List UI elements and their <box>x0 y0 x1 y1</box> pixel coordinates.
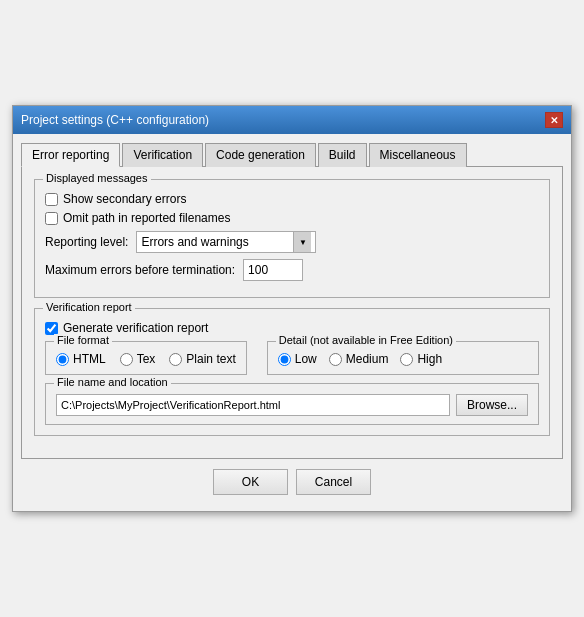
tab-content-error-reporting: Displayed messages Show secondary errors… <box>21 167 563 459</box>
radio-html-label: HTML <box>73 352 106 366</box>
file-path-input[interactable]: C:\Projects\MyProject\VerificationReport… <box>56 394 450 416</box>
reporting-level-label: Reporting level: <box>45 235 128 249</box>
tab-bar: Error reporting Verification Code genera… <box>21 142 563 167</box>
close-button[interactable]: ✕ <box>545 112 563 128</box>
window-content: Error reporting Verification Code genera… <box>13 134 571 511</box>
generate-report-label: Generate verification report <box>63 321 208 335</box>
omit-path-checkbox[interactable] <box>45 212 58 225</box>
show-secondary-label: Show secondary errors <box>63 192 186 206</box>
dropdown-arrow-icon: ▼ <box>293 232 311 252</box>
displayed-messages-group: Displayed messages Show secondary errors… <box>34 179 550 298</box>
radio-high-label: High <box>417 352 442 366</box>
max-errors-input[interactable]: 100 <box>243 259 303 281</box>
show-secondary-checkbox[interactable] <box>45 193 58 206</box>
file-name-row: C:\Projects\MyProject\VerificationReport… <box>56 394 528 416</box>
radio-plaintext-label: Plain text <box>186 352 235 366</box>
radio-plaintext-row: Plain text <box>169 352 235 366</box>
displayed-messages-title: Displayed messages <box>43 172 151 184</box>
max-errors-label: Maximum errors before termination: <box>45 263 235 277</box>
tab-verification[interactable]: Verification <box>122 143 203 167</box>
main-window: Project settings (C++ configuration) ✕ E… <box>12 105 572 512</box>
file-format-radios: HTML Tex Plain text <box>56 352 236 366</box>
reporting-level-row: Reporting level: Errors and warnings ▼ <box>45 231 539 253</box>
radio-plaintext[interactable] <box>169 353 182 366</box>
detail-title: Detail (not available in Free Edition) <box>276 334 456 346</box>
tab-build[interactable]: Build <box>318 143 367 167</box>
tab-error-reporting[interactable]: Error reporting <box>21 143 120 167</box>
radio-html-row: HTML <box>56 352 106 366</box>
radio-tex-row: Tex <box>120 352 156 366</box>
file-format-group: File format HTML Tex <box>45 341 247 375</box>
max-errors-row: Maximum errors before termination: 100 <box>45 259 539 281</box>
omit-path-row: Omit path in reported filenames <box>45 211 539 225</box>
verification-report-content: Generate verification report File format… <box>45 321 539 425</box>
window-title: Project settings (C++ configuration) <box>21 113 209 127</box>
radio-medium-row: Medium <box>329 352 389 366</box>
radio-low-row: Low <box>278 352 317 366</box>
radio-low[interactable] <box>278 353 291 366</box>
browse-button[interactable]: Browse... <box>456 394 528 416</box>
reporting-level-dropdown[interactable]: Errors and warnings ▼ <box>136 231 316 253</box>
generate-report-checkbox[interactable] <box>45 322 58 335</box>
radio-high-row: High <box>400 352 442 366</box>
file-format-section: File format HTML Tex <box>45 341 539 375</box>
tab-code-generation[interactable]: Code generation <box>205 143 316 167</box>
bottom-buttons: OK Cancel <box>21 459 563 503</box>
radio-medium[interactable] <box>329 353 342 366</box>
omit-path-label: Omit path in reported filenames <box>63 211 230 225</box>
file-name-title: File name and location <box>54 376 171 388</box>
verification-report-group: Verification report Generate verificatio… <box>34 308 550 436</box>
generate-report-row: Generate verification report <box>45 321 539 335</box>
reporting-level-value: Errors and warnings <box>141 235 293 249</box>
show-secondary-row: Show secondary errors <box>45 192 539 206</box>
tab-miscellaneous[interactable]: Miscellaneous <box>369 143 467 167</box>
radio-medium-label: Medium <box>346 352 389 366</box>
file-name-group: File name and location C:\Projects\MyPro… <box>45 383 539 425</box>
file-format-title: File format <box>54 334 112 346</box>
detail-radios: Low Medium High <box>278 352 528 366</box>
radio-tex-label: Tex <box>137 352 156 366</box>
displayed-messages-content: Show secondary errors Omit path in repor… <box>45 192 539 281</box>
radio-low-label: Low <box>295 352 317 366</box>
title-bar: Project settings (C++ configuration) ✕ <box>13 106 571 134</box>
cancel-button[interactable]: Cancel <box>296 469 371 495</box>
radio-high[interactable] <box>400 353 413 366</box>
detail-group: Detail (not available in Free Edition) L… <box>267 341 539 375</box>
ok-button[interactable]: OK <box>213 469 288 495</box>
radio-tex[interactable] <box>120 353 133 366</box>
verification-report-title: Verification report <box>43 301 135 313</box>
radio-html[interactable] <box>56 353 69 366</box>
